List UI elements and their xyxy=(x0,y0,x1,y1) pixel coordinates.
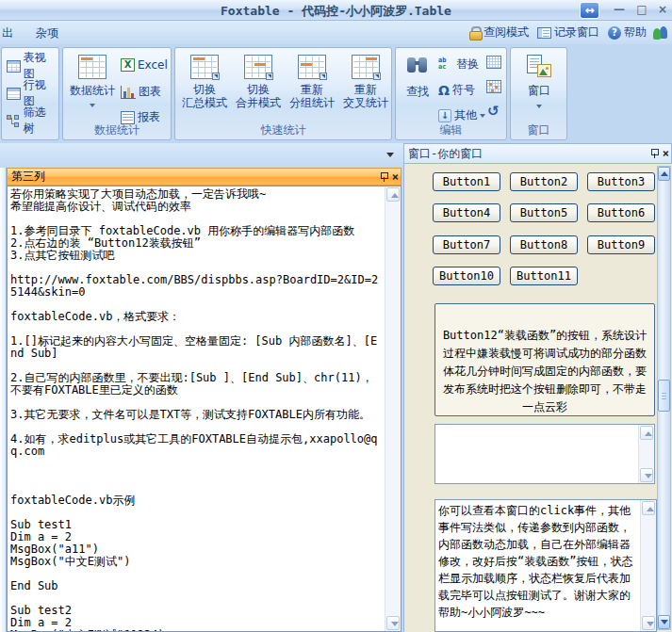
window-icon xyxy=(527,55,551,77)
chart-button[interactable]: 图表 xyxy=(121,84,161,100)
textbox-scrollbar[interactable] xyxy=(638,425,654,483)
help-button[interactable]: ? 帮助 xyxy=(606,24,648,41)
menu-bar: 出 杂项 查阅模式 记录窗口 ? 帮助 xyxy=(0,21,672,44)
grid-marks-tool-button[interactable] xyxy=(486,80,501,93)
button1[interactable]: Button1 xyxy=(433,172,500,191)
replace-icon: abac xyxy=(438,57,453,72)
right-panel-header[interactable]: 窗口-你的窗口 × xyxy=(403,143,672,164)
button12-load-functions[interactable]: Button12“装载函数”的按钮，系统设计过程中嫌装载慢可将调试成功的部分函数… xyxy=(434,303,655,416)
group-label-edit: 编辑 xyxy=(396,122,506,138)
grid-marks-icon xyxy=(486,80,501,93)
filter-tree-button[interactable]: 筛选树 xyxy=(5,110,58,131)
close-button[interactable]: × xyxy=(654,3,671,18)
button5[interactable]: Button5 xyxy=(510,203,578,222)
left-panel-scrollbar[interactable] xyxy=(385,186,401,631)
record-window-label: 记录窗口 xyxy=(554,24,599,41)
data-stats-button[interactable]: 数据统计 xyxy=(67,55,118,107)
chart-icon xyxy=(121,86,136,99)
button3[interactable]: Button3 xyxy=(587,172,655,191)
toggle-summary-mode-button[interactable]: 切换 汇总模式 xyxy=(180,55,229,109)
grid-tool-button[interactable] xyxy=(486,56,501,69)
row-view-button[interactable]: 行视图 xyxy=(5,83,58,104)
other-icon: ↓ xyxy=(438,109,451,122)
scrollbar-thumb[interactable] xyxy=(658,380,670,412)
button11[interactable]: Button11 xyxy=(510,267,578,285)
pin-icon[interactable] xyxy=(380,172,388,182)
table-view-button[interactable]: 表视图 xyxy=(5,56,58,76)
button2[interactable]: Button2 xyxy=(510,172,578,191)
toggle-merge-mode-button[interactable]: 切换 合并模式 xyxy=(234,55,283,109)
lock-icon xyxy=(469,26,481,39)
excel-label: Excel xyxy=(138,58,168,72)
scroll-up-icon[interactable] xyxy=(640,426,653,440)
ribbon-group-window: 窗口 窗口 xyxy=(510,47,567,140)
other-label: 其他 xyxy=(454,107,477,123)
button6[interactable]: Button6 xyxy=(587,203,655,222)
close-icon[interactable]: × xyxy=(392,171,399,183)
scroll-up-icon[interactable] xyxy=(658,167,670,181)
dropdown-arrow-icon xyxy=(480,114,485,118)
textbox-scrollbar[interactable] xyxy=(640,500,656,631)
status-textbox[interactable] xyxy=(434,424,655,484)
maximize-button[interactable]: □ xyxy=(633,3,650,18)
group-label-quick-stats: 快速统计 xyxy=(175,122,391,138)
find-button[interactable]: 查找 xyxy=(400,56,435,100)
help-label: 帮助 xyxy=(624,24,647,41)
button10[interactable]: Button10 xyxy=(433,267,500,285)
left-edge-strip xyxy=(0,168,7,632)
app-window: Foxtable - 代码控-小小阿波罗.Table ↔ — □ × 出 杂项 … xyxy=(0,0,672,632)
help-text: 你可以查看本窗口的click事件，其他事件写法类似，传递参数到内部函数，内部函数… xyxy=(438,502,637,631)
replace-label: 替换 xyxy=(456,57,479,73)
other-button[interactable]: ↓ 其他 xyxy=(438,107,485,123)
button7[interactable]: Button7 xyxy=(433,235,500,254)
chart-label: 图表 xyxy=(139,84,161,100)
users-icon[interactable] xyxy=(653,26,668,40)
title-bar: Foxtable - 代码控-小小阿波罗.Table ↔ — □ × xyxy=(0,0,672,21)
btn-line2: 分组统计 xyxy=(289,96,335,109)
ribbon-group-edit: 查找 abac 替换 Ω 符号 ↓ 其他 ↺ xyxy=(395,47,507,140)
resize-icon[interactable]: ↔ xyxy=(580,2,599,19)
scroll-down-icon[interactable] xyxy=(642,616,655,630)
merge-grid-icon xyxy=(244,55,272,79)
summary-grid-icon xyxy=(190,55,219,79)
record-window-button[interactable]: 记录窗口 xyxy=(535,24,601,41)
find-label: 查找 xyxy=(406,84,429,100)
tab-misc[interactable]: 杂项 xyxy=(36,25,58,41)
minimize-button[interactable]: — xyxy=(611,3,628,18)
review-mode-label: 查阅模式 xyxy=(484,24,529,41)
replace-button[interactable]: abac 替换 xyxy=(438,57,479,73)
scroll-down-icon[interactable] xyxy=(386,616,400,630)
close-icon[interactable]: × xyxy=(663,148,669,159)
pin-icon[interactable] xyxy=(650,149,659,158)
btn-line1: 重新 xyxy=(301,83,323,96)
recross-stats-button[interactable]: 重新 交叉统计 xyxy=(341,55,390,109)
data-stats-icon xyxy=(78,55,107,79)
left-panel-header[interactable]: 第三列 × xyxy=(7,168,402,186)
toolbar-options-arrow-icon[interactable] xyxy=(386,153,394,157)
ribbon-group-data-stats: 数据统计 X Excel 图表 报表 数据统计 xyxy=(62,47,172,140)
scroll-up-icon[interactable] xyxy=(642,501,655,515)
scroll-up-icon[interactable] xyxy=(386,187,400,202)
window-button[interactable]: 窗口 xyxy=(524,55,554,108)
button4[interactable]: Button4 xyxy=(433,203,500,222)
excel-button[interactable]: X Excel xyxy=(121,58,168,72)
right-panel-scrollbar[interactable] xyxy=(657,166,671,630)
ribbon-group-views: 表视图 行视图 筛选树 xyxy=(1,47,59,140)
excel-icon: X xyxy=(121,58,135,72)
filter-tree-icon xyxy=(7,115,21,127)
grid-icon xyxy=(486,56,501,69)
regroup-stats-button[interactable]: 重新 分组统计 xyxy=(287,55,336,109)
record-window-icon xyxy=(537,27,551,39)
notes-textarea[interactable]: 若你用策略实现了大项目动态加载，一定告诉我哦~ 希望能提高你设计、调试代码的效率… xyxy=(10,188,382,631)
button8[interactable]: Button8 xyxy=(510,235,578,254)
symbol-button[interactable]: Ω 符号 xyxy=(438,82,475,98)
button9[interactable]: Button9 xyxy=(587,235,655,254)
scroll-down-icon[interactable] xyxy=(658,615,670,629)
help-textbox[interactable]: 你可以查看本窗口的click事件，其他事件写法类似，传递参数到内部函数，内部函数… xyxy=(434,499,657,632)
review-mode-button[interactable]: 查阅模式 xyxy=(467,24,531,41)
refresh-button[interactable]: ↺ xyxy=(487,105,500,119)
help-icon: ? xyxy=(608,26,621,40)
scroll-down-icon[interactable] xyxy=(640,468,653,482)
tab-partial[interactable]: 出 xyxy=(2,25,13,41)
right-panel-title: 窗口-你的窗口 xyxy=(408,147,483,160)
